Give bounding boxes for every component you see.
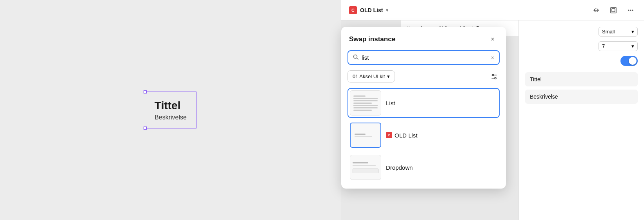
top-bar: C OLD List ▾ — [341, 0, 644, 20]
thumb-line — [353, 100, 378, 101]
canvas-content: Tittel Beskrivelse — [145, 92, 196, 128]
thumb-line — [353, 107, 378, 108]
library-select[interactable]: 01 Aksel UI kit ▾ — [347, 70, 395, 82]
svg-rect-1 — [612, 9, 615, 12]
svg-point-9 — [492, 74, 494, 76]
search-icon — [353, 54, 358, 61]
resize-handle-bl[interactable] — [144, 126, 147, 130]
result-label-dropdown: Dropdown — [386, 164, 413, 171]
top-bar-right — [591, 5, 636, 16]
component-properties-icon[interactable] — [591, 5, 602, 16]
result-thumbnail-dropdown — [350, 155, 381, 180]
size-select[interactable]: Small ▾ — [599, 27, 638, 37]
toggle-row — [525, 56, 638, 66]
count-select[interactable]: 7 ▾ — [599, 41, 638, 51]
count-value: 7 — [602, 43, 605, 49]
frame-icon[interactable] — [608, 5, 619, 16]
size-chevron: ▾ — [631, 29, 634, 35]
right-panel: Small ▾ 7 ▾ Tittel Beskrivelse — [518, 20, 644, 220]
thumb-title — [353, 162, 368, 163]
canvas-title: Tittel — [155, 99, 187, 112]
search-clear-button[interactable]: × — [491, 55, 494, 61]
svg-point-4 — [632, 9, 633, 11]
swap-instance-modal: Swap instance × list × 01 Aksel UI kit ▾ — [341, 27, 506, 189]
toggle-switch[interactable] — [620, 56, 638, 66]
top-bar-left: C OLD List ▾ — [349, 6, 388, 14]
canvas-area: Tittel Beskrivelse — [0, 0, 341, 220]
thumb-box — [353, 169, 378, 173]
canvas-frame: Tittel Beskrivelse — [145, 92, 196, 128]
text-item-tittel[interactable]: Tittel — [525, 72, 638, 86]
component-chevron[interactable]: ▾ — [386, 7, 388, 13]
result-item-old-list[interactable]: C OLD List — [347, 120, 500, 150]
thumb-line — [353, 110, 372, 111]
library-name: 01 Aksel UI kit — [353, 73, 385, 79]
component-icon: C — [349, 6, 357, 14]
thumb-line — [353, 98, 378, 99]
canvas-description: Beskrivelse — [155, 114, 187, 121]
results-list: List C OLD List — [341, 88, 506, 189]
search-input[interactable]: list — [362, 54, 488, 61]
result-item-list[interactable]: List — [347, 88, 500, 118]
modal-title: Swap instance — [349, 35, 395, 43]
panel-text-section: Tittel Beskrivelse — [525, 72, 638, 104]
svg-point-2 — [628, 9, 629, 11]
count-chevron: ▾ — [631, 43, 634, 49]
thumb-desc — [353, 165, 376, 166]
filter-row: 01 Aksel UI kit ▾ — [341, 70, 506, 88]
modal-close-button[interactable]: × — [487, 34, 498, 45]
svg-point-10 — [495, 77, 496, 79]
result-label-list: List — [386, 100, 395, 106]
more-options-icon[interactable] — [625, 5, 636, 16]
component-name: OLD List — [360, 7, 383, 13]
filter-options-icon[interactable] — [489, 71, 500, 82]
result-thumbnail-list — [350, 90, 381, 116]
svg-rect-0 — [611, 7, 616, 13]
svg-line-6 — [357, 58, 358, 60]
old-list-icon: C — [386, 132, 392, 138]
resize-handle-tl[interactable] — [144, 90, 147, 94]
svg-point-3 — [630, 9, 631, 11]
search-box: list × — [347, 50, 500, 65]
result-thumbnail-old-list — [350, 123, 381, 148]
search-row: list × — [341, 50, 506, 70]
thumb-line — [353, 105, 378, 106]
thumb-line — [353, 103, 372, 104]
result-label-old-list: C OLD List — [386, 132, 417, 139]
panel-size-section: Small ▾ 7 ▾ — [525, 27, 638, 66]
library-chevron: ▾ — [387, 73, 390, 79]
component-icon-label: C — [351, 8, 355, 13]
count-row: 7 ▾ — [525, 41, 638, 51]
modal-header: Swap instance × — [341, 27, 506, 50]
thumb-line — [353, 95, 366, 97]
text-item-beskrivelse[interactable]: Beskrivelse — [525, 90, 638, 104]
result-item-dropdown[interactable]: Dropdown — [347, 152, 500, 182]
size-row: Small ▾ — [525, 27, 638, 37]
size-value: Small — [602, 29, 615, 35]
